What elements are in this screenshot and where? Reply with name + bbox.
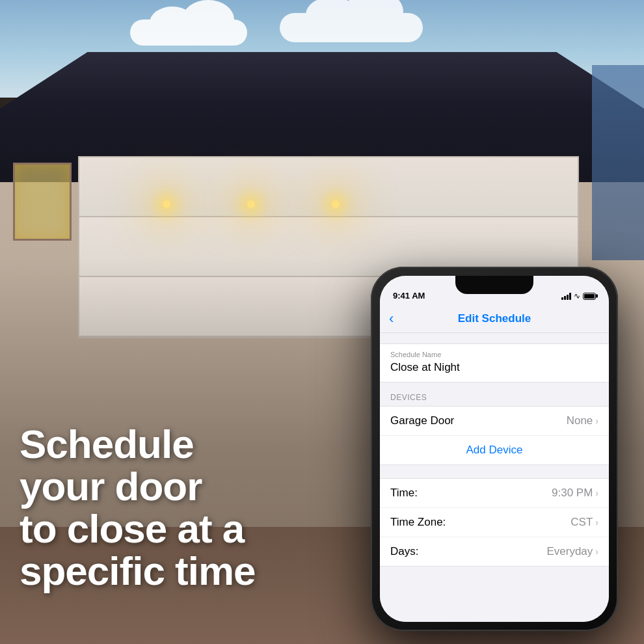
status-icons: ∿ [561, 291, 596, 301]
time-row[interactable]: Time: 9:30 PM › [380, 479, 609, 508]
time-chevron: › [595, 488, 598, 498]
garage-door-value: None [567, 414, 593, 427]
phone-mockup: 9:41 AM ∿ [371, 267, 618, 631]
timezone-right: CST › [570, 516, 598, 529]
garage-door-right: None › [567, 414, 598, 427]
app-content: Schedule Name Close at Night DEVICES Gar… [380, 333, 609, 622]
days-label: Days: [390, 545, 418, 558]
timezone-row[interactable]: Time Zone: CST › [380, 508, 609, 537]
days-chevron: › [595, 546, 598, 557]
timezone-value: CST [570, 516, 593, 529]
background-image: Schedule your door to close at a specifi… [0, 0, 644, 644]
nav-title: Edit Schedule [458, 312, 531, 325]
garage-door-chevron: › [595, 416, 598, 426]
nav-bar: ‹ Edit Schedule [380, 304, 609, 333]
time-right: 9:30 PM › [552, 487, 598, 500]
promo-text: Schedule your door to close at a specifi… [20, 423, 345, 592]
phone-notch [455, 276, 533, 294]
days-row[interactable]: Days: Everyday › [380, 537, 609, 566]
add-device-label: Add Device [466, 444, 523, 457]
phone-screen: 9:41 AM ∿ [380, 276, 609, 622]
devices-section: Garage Door None › Add Device [380, 406, 609, 465]
days-right: Everyday › [546, 545, 598, 558]
wifi-icon: ∿ [574, 291, 580, 301]
garage-door-row[interactable]: Garage Door None › [380, 407, 609, 436]
phone-frame: 9:41 AM ∿ [371, 267, 618, 631]
timezone-chevron: › [595, 517, 598, 528]
schedule-name-section: Schedule Name Close at Night [380, 343, 609, 382]
time-value: 9:30 PM [552, 487, 593, 500]
time-label: Time: [390, 487, 418, 500]
timezone-label: Time Zone: [390, 516, 446, 529]
status-time: 9:41 AM [393, 291, 425, 301]
schedule-name-value: Close at Night [380, 360, 609, 382]
settings-section: Time: 9:30 PM › Time Zone: CST › [380, 478, 609, 567]
devices-section-header: DEVICES [380, 382, 609, 406]
days-value: Everyday [546, 545, 593, 558]
back-button[interactable]: ‹ [389, 310, 394, 327]
schedule-name-label: Schedule Name [380, 344, 609, 360]
battery-icon [583, 293, 596, 300]
garage-door-label: Garage Door [390, 414, 454, 427]
signal-icon [561, 293, 571, 300]
add-device-row[interactable]: Add Device [380, 436, 609, 464]
